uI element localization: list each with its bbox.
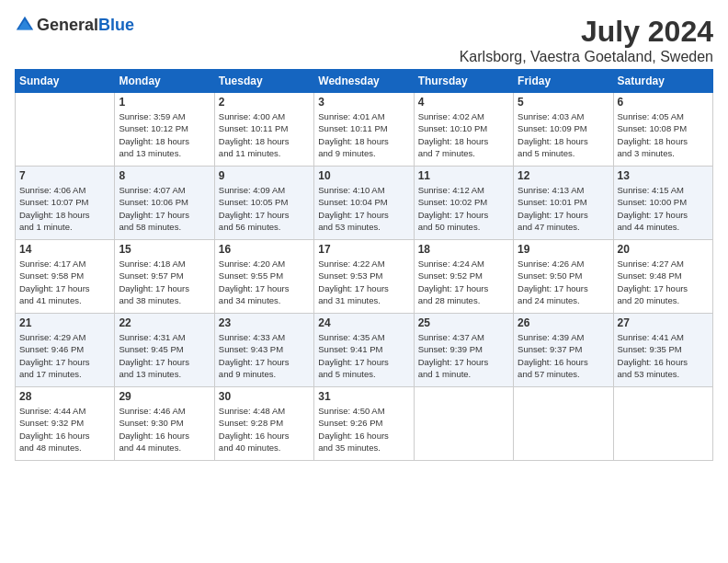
day-info: Sunrise: 4:29 AM Sunset: 9:46 PM Dayligh… (19, 331, 110, 380)
month-title: July 2024 (460, 15, 713, 49)
day-info: Sunrise: 4:33 AM Sunset: 9:43 PM Dayligh… (219, 331, 310, 380)
day-number: 12 (518, 169, 609, 182)
calendar-cell: 6Sunrise: 4:05 AM Sunset: 10:08 PM Dayli… (613, 93, 712, 167)
logo-blue: Blue (98, 16, 134, 34)
day-info: Sunrise: 4:41 AM Sunset: 9:35 PM Dayligh… (618, 331, 709, 380)
title-area: July 2024 Karlsborg, Vaestra Goetaland, … (460, 15, 713, 65)
day-number: 19 (518, 243, 609, 256)
day-info: Sunrise: 4:46 AM Sunset: 9:30 PM Dayligh… (119, 405, 210, 454)
day-info: Sunrise: 4:03 AM Sunset: 10:09 PM Daylig… (518, 110, 609, 159)
calendar-cell: 29Sunrise: 4:46 AM Sunset: 9:30 PM Dayli… (115, 387, 214, 461)
calendar-cell: 13Sunrise: 4:15 AM Sunset: 10:00 PM Dayl… (613, 167, 712, 240)
day-info: Sunrise: 4:02 AM Sunset: 10:10 PM Daylig… (418, 110, 509, 159)
col-header-sunday: Sunday (16, 70, 115, 93)
calendar-cell: 7Sunrise: 4:06 AM Sunset: 10:07 PM Dayli… (16, 167, 115, 240)
logo-icon (15, 15, 35, 35)
day-number: 23 (219, 316, 310, 329)
day-info: Sunrise: 4:26 AM Sunset: 9:50 PM Dayligh… (518, 258, 609, 306)
day-info: Sunrise: 4:20 AM Sunset: 9:55 PM Dayligh… (219, 258, 310, 306)
calendar-cell: 27Sunrise: 4:41 AM Sunset: 9:35 PM Dayli… (613, 314, 712, 387)
day-number: 27 (618, 316, 709, 329)
calendar-cell (514, 387, 613, 461)
day-info: Sunrise: 4:13 AM Sunset: 10:01 PM Daylig… (518, 184, 609, 233)
day-number: 17 (318, 243, 409, 256)
week-row-1: 1Sunrise: 3:59 AM Sunset: 10:12 PM Dayli… (16, 93, 713, 167)
col-header-saturday: Saturday (613, 70, 712, 93)
header-row: SundayMondayTuesdayWednesdayThursdayFrid… (16, 70, 713, 93)
day-info: Sunrise: 4:35 AM Sunset: 9:41 PM Dayligh… (318, 331, 409, 380)
day-info: Sunrise: 4:06 AM Sunset: 10:07 PM Daylig… (19, 184, 110, 233)
day-number: 20 (618, 243, 709, 256)
day-info: Sunrise: 4:39 AM Sunset: 9:37 PM Dayligh… (518, 331, 609, 380)
day-number: 21 (19, 316, 110, 329)
day-number: 16 (219, 243, 310, 256)
calendar-cell: 18Sunrise: 4:24 AM Sunset: 9:52 PM Dayli… (414, 240, 513, 314)
calendar-cell: 4Sunrise: 4:02 AM Sunset: 10:10 PM Dayli… (414, 93, 513, 167)
calendar-cell: 8Sunrise: 4:07 AM Sunset: 10:06 PM Dayli… (115, 167, 214, 240)
day-number: 14 (19, 243, 110, 256)
day-number: 10 (318, 169, 409, 182)
day-info: Sunrise: 4:18 AM Sunset: 9:57 PM Dayligh… (119, 258, 210, 306)
day-number: 6 (618, 96, 709, 109)
calendar-cell: 17Sunrise: 4:22 AM Sunset: 9:53 PM Dayli… (314, 240, 414, 314)
calendar-cell: 1Sunrise: 3:59 AM Sunset: 10:12 PM Dayli… (115, 93, 214, 167)
day-number: 9 (219, 169, 310, 182)
week-row-3: 14Sunrise: 4:17 AM Sunset: 9:58 PM Dayli… (16, 240, 713, 314)
day-number: 5 (518, 96, 609, 109)
week-row-4: 21Sunrise: 4:29 AM Sunset: 9:46 PM Dayli… (16, 314, 713, 387)
day-info: Sunrise: 4:07 AM Sunset: 10:06 PM Daylig… (119, 184, 210, 233)
calendar-cell: 21Sunrise: 4:29 AM Sunset: 9:46 PM Dayli… (16, 314, 115, 387)
day-info: Sunrise: 4:09 AM Sunset: 10:05 PM Daylig… (219, 184, 310, 233)
week-row-5: 28Sunrise: 4:44 AM Sunset: 9:32 PM Dayli… (16, 387, 713, 461)
day-number: 8 (119, 169, 210, 182)
day-number: 28 (19, 390, 110, 403)
day-number: 1 (119, 96, 210, 109)
calendar-cell (613, 387, 712, 461)
calendar-cell: 30Sunrise: 4:48 AM Sunset: 9:28 PM Dayli… (214, 387, 313, 461)
day-info: Sunrise: 4:50 AM Sunset: 9:26 PM Dayligh… (318, 405, 409, 454)
day-info: Sunrise: 4:01 AM Sunset: 10:11 PM Daylig… (318, 110, 409, 159)
day-info: Sunrise: 4:24 AM Sunset: 9:52 PM Dayligh… (418, 258, 509, 306)
calendar-cell: 11Sunrise: 4:12 AM Sunset: 10:02 PM Dayl… (414, 167, 513, 240)
day-number: 2 (219, 96, 310, 109)
calendar-cell: 28Sunrise: 4:44 AM Sunset: 9:32 PM Dayli… (16, 387, 115, 461)
col-header-tuesday: Tuesday (214, 70, 313, 93)
col-header-friday: Friday (514, 70, 613, 93)
day-info: Sunrise: 4:10 AM Sunset: 10:04 PM Daylig… (318, 184, 409, 233)
day-number: 4 (418, 96, 509, 109)
day-info: Sunrise: 4:27 AM Sunset: 9:48 PM Dayligh… (618, 258, 709, 306)
day-number: 25 (418, 316, 509, 329)
logo-general: General (37, 16, 98, 34)
day-info: Sunrise: 4:37 AM Sunset: 9:39 PM Dayligh… (418, 331, 509, 380)
calendar-cell: 2Sunrise: 4:00 AM Sunset: 10:11 PM Dayli… (214, 93, 313, 167)
col-header-monday: Monday (115, 70, 214, 93)
header: GeneralBlue July 2024 Karlsborg, Vaestra… (15, 15, 713, 65)
calendar-cell: 3Sunrise: 4:01 AM Sunset: 10:11 PM Dayli… (314, 93, 414, 167)
week-row-2: 7Sunrise: 4:06 AM Sunset: 10:07 PM Dayli… (16, 167, 713, 240)
day-info: Sunrise: 4:12 AM Sunset: 10:02 PM Daylig… (418, 184, 509, 233)
day-number: 31 (318, 390, 409, 403)
calendar-cell (414, 387, 513, 461)
day-info: Sunrise: 4:17 AM Sunset: 9:58 PM Dayligh… (19, 258, 110, 306)
day-info: Sunrise: 4:00 AM Sunset: 10:11 PM Daylig… (219, 110, 310, 159)
calendar-cell: 31Sunrise: 4:50 AM Sunset: 9:26 PM Dayli… (314, 387, 414, 461)
day-number: 24 (318, 316, 409, 329)
day-number: 11 (418, 169, 509, 182)
col-header-thursday: Thursday (414, 70, 513, 93)
day-number: 22 (119, 316, 210, 329)
day-info: Sunrise: 4:31 AM Sunset: 9:45 PM Dayligh… (119, 331, 210, 380)
calendar-cell: 12Sunrise: 4:13 AM Sunset: 10:01 PM Dayl… (514, 167, 613, 240)
calendar-cell: 25Sunrise: 4:37 AM Sunset: 9:39 PM Dayli… (414, 314, 513, 387)
day-number: 3 (318, 96, 409, 109)
day-info: Sunrise: 4:48 AM Sunset: 9:28 PM Dayligh… (219, 405, 310, 454)
day-number: 29 (119, 390, 210, 403)
day-info: Sunrise: 4:44 AM Sunset: 9:32 PM Dayligh… (19, 405, 110, 454)
day-number: 30 (219, 390, 310, 403)
calendar-cell: 24Sunrise: 4:35 AM Sunset: 9:41 PM Dayli… (314, 314, 414, 387)
location-title: Karlsborg, Vaestra Goetaland, Sweden (460, 49, 713, 65)
calendar-cell: 16Sunrise: 4:20 AM Sunset: 9:55 PM Dayli… (214, 240, 313, 314)
day-info: Sunrise: 4:15 AM Sunset: 10:00 PM Daylig… (618, 184, 709, 233)
calendar-cell: 5Sunrise: 4:03 AM Sunset: 10:09 PM Dayli… (514, 93, 613, 167)
day-number: 7 (19, 169, 110, 182)
logo: GeneralBlue (15, 15, 134, 35)
